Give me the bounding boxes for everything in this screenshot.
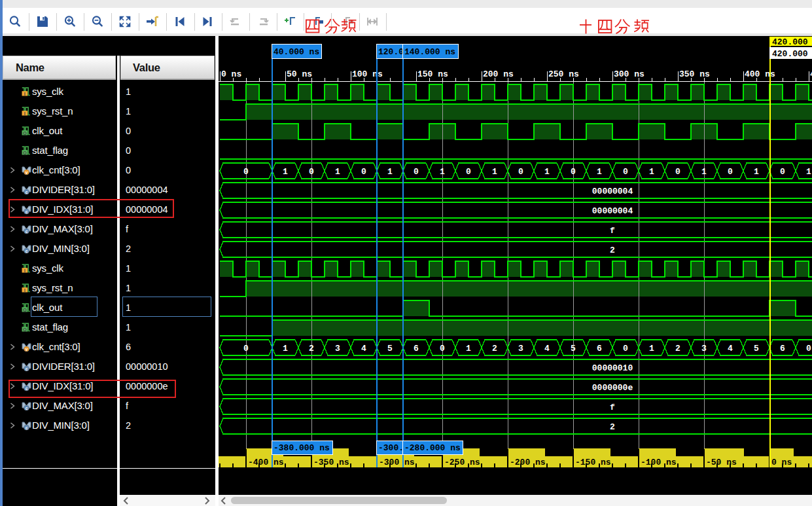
svg-text:0: 0	[623, 344, 628, 353]
svg-text:6: 6	[597, 344, 602, 353]
svg-text:5: 5	[754, 344, 759, 353]
svg-text:O: O	[23, 130, 27, 136]
svg-text:v: v	[26, 170, 28, 175]
svg-text:2: 2	[492, 344, 497, 353]
svg-text:-100 ns: -100 ns	[641, 458, 677, 467]
svg-text:4: 4	[728, 344, 733, 353]
svg-text:200 ns: 200 ns	[483, 69, 514, 79]
svg-text:4: 4	[361, 344, 366, 353]
svg-text:-300.: -300.	[378, 443, 404, 453]
svg-text:00000004: 00000004	[592, 187, 633, 196]
svg-text:1: 1	[387, 167, 393, 177]
svg-text:0: 0	[414, 167, 419, 177]
svg-text:1: 1	[649, 344, 654, 353]
svg-text:0: 0	[675, 167, 680, 177]
svg-text:140.000 ns: 140.000 ns	[404, 47, 455, 57]
svg-text:00000010: 00000010	[592, 363, 633, 373]
svg-text:v: v	[26, 347, 28, 352]
svg-text:1: 1	[283, 167, 288, 177]
svg-text:00000004: 00000004	[592, 206, 633, 216]
svg-text:150 ns: 150 ns	[417, 69, 448, 79]
svg-text:6: 6	[414, 344, 419, 353]
svg-text:c: c	[26, 229, 28, 234]
svg-text:1: 1	[492, 167, 497, 177]
svg-text:0: 0	[466, 167, 471, 177]
svg-text:0000000e: 0000000e	[592, 383, 633, 393]
svg-text:I: I	[24, 91, 26, 97]
svg-text:-280.000 ns: -280.000 ns	[404, 443, 461, 453]
svg-text:0: 0	[571, 167, 576, 177]
svg-text:-300 ns: -300 ns	[379, 458, 415, 467]
svg-text:0: 0	[440, 344, 445, 353]
svg-text:-380.000 ns: -380.000 ns	[274, 443, 330, 453]
svg-text:1: 1	[440, 167, 445, 177]
svg-text:1: 1	[754, 167, 759, 177]
svg-text:c: c	[26, 425, 28, 430]
svg-text:350 ns: 350 ns	[679, 69, 710, 79]
svg-text:1: 1	[335, 167, 340, 177]
svg-text:4: 4	[544, 344, 550, 353]
svg-text:O: O	[23, 150, 27, 156]
svg-text:0: 0	[361, 167, 366, 177]
svg-text:100 ns: 100 ns	[352, 69, 383, 79]
svg-text:250 ns: 250 ns	[548, 69, 579, 79]
svg-text:1: 1	[597, 167, 602, 177]
svg-text:-400 ns: -400 ns	[248, 458, 284, 467]
svg-text:f: f	[610, 226, 615, 236]
svg-text:420.000: 420.000	[772, 37, 808, 47]
svg-text:1: 1	[701, 167, 707, 177]
svg-text:1: 1	[283, 344, 288, 353]
svg-text:300 ns: 300 ns	[614, 69, 644, 79]
svg-text:5: 5	[387, 344, 393, 353]
svg-text:2: 2	[675, 344, 680, 353]
svg-text:I: I	[24, 287, 26, 293]
svg-text:420.000: 420.000	[772, 49, 808, 59]
svg-text:f: f	[610, 403, 615, 412]
svg-text:0: 0	[780, 167, 785, 177]
svg-text:1: 1	[649, 167, 654, 177]
svg-text:3: 3	[518, 344, 523, 353]
svg-text:3: 3	[335, 344, 340, 353]
svg-text:c: c	[26, 406, 28, 410]
svg-text:-350 ns: -350 ns	[313, 458, 349, 467]
svg-text:6: 6	[780, 344, 785, 353]
svg-text:0: 0	[243, 344, 249, 353]
svg-text:2: 2	[610, 422, 615, 432]
svg-text:0 ns: 0 ns	[771, 458, 792, 467]
svg-text:O: O	[23, 327, 27, 333]
svg-text:2: 2	[309, 344, 314, 353]
svg-text:-50 ns: -50 ns	[706, 458, 737, 467]
svg-text:2: 2	[610, 245, 615, 255]
svg-text:-150 ns: -150 ns	[575, 458, 611, 467]
svg-text:0: 0	[518, 167, 523, 177]
svg-text:O: O	[23, 307, 27, 313]
svg-text:3: 3	[701, 344, 707, 353]
svg-text:-200 ns: -200 ns	[510, 458, 546, 467]
svg-text:0 ns: 0 ns	[221, 69, 241, 79]
svg-text:I: I	[24, 111, 26, 117]
svg-text:I: I	[24, 268, 26, 274]
svg-text:0: 0	[806, 344, 811, 353]
svg-text:0: 0	[243, 167, 249, 177]
svg-text:0: 0	[728, 167, 733, 177]
svg-text:50 ns: 50 ns	[287, 69, 312, 79]
svg-text:5: 5	[571, 344, 576, 353]
svg-text:c: c	[26, 190, 28, 194]
svg-text:0: 0	[623, 167, 628, 177]
svg-text:1: 1	[466, 344, 471, 353]
svg-text:40.000 ns: 40.000 ns	[274, 47, 319, 57]
svg-text:-250 ns: -250 ns	[444, 458, 480, 467]
svg-text:1: 1	[806, 167, 811, 177]
svg-text:1: 1	[544, 167, 550, 177]
svg-text:0: 0	[309, 167, 314, 177]
svg-text:120.0: 120.0	[378, 47, 404, 57]
svg-text:c: c	[26, 367, 28, 371]
svg-text:c: c	[26, 249, 28, 253]
